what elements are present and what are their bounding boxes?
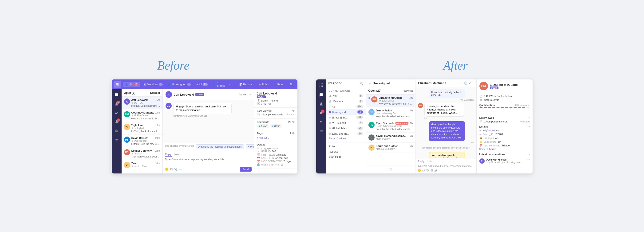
after-conv-name-karim: Karim and 1 other 3h xyxy=(376,144,413,148)
after-conv-item-david-d[interactable]: D david_diamond@comp... 2h Mobile Center xyxy=(366,132,415,143)
after-nav-sales[interactable]: [SALES] SD... 148 xyxy=(326,115,366,120)
sidebar-icon-chart[interactable] xyxy=(113,136,120,144)
nav-search-btn[interactable]: 🔍 xyxy=(288,82,296,87)
after-nav-show-hidden[interactable]: Show 20 hidden xyxy=(326,136,366,141)
after-details-expand[interactable]: ▾ xyxy=(528,126,530,128)
nav-tab-about[interactable]: ℹ About xyxy=(272,82,286,87)
after-detail-name: Elizabeth McGuane xyxy=(490,83,518,86)
more-icon[interactable]: ⋯ xyxy=(179,168,182,171)
conv-item-zandi[interactable]: Z Zandi 30m ⊞ Kenton Cloud xyxy=(122,160,162,170)
after-reply-area: Reply Note Type # to add a saved reply o… xyxy=(416,158,476,174)
sidebar-icon-megaphone[interactable] xyxy=(113,127,120,134)
nav-tab-unassigned-count: 1 xyxy=(187,83,191,86)
conv-item-jeff[interactable]: JL Jeff Lebowski 5m ⊞ JAPTEC Hi guys, Du… xyxy=(122,96,162,109)
nav-tab-reports[interactable]: 📊 Reports xyxy=(237,82,255,87)
reply-tab-note[interactable]: Note xyxy=(174,153,180,156)
after-nav-rules[interactable]: Rules xyxy=(326,144,366,149)
after-conv-item-karim[interactable]: K Karim and 1 other 3h Mario & Company xyxy=(366,143,415,153)
rp-last-viewed: Last viewed 👁 📄 .../components/cards 35m… xyxy=(254,108,298,119)
after-link-icon[interactable]: 🔗 xyxy=(434,169,438,172)
image-icon[interactable]: 🖼 xyxy=(170,168,173,171)
rp-more-icon[interactable]: ⋯ xyxy=(291,92,294,96)
qual-bar-6 xyxy=(500,108,504,108)
svg-rect-6 xyxy=(320,86,320,87)
after-emoji-icon[interactable]: 🙂 xyxy=(418,169,421,172)
sidebar-icon-team[interactable] xyxy=(113,109,120,116)
after-nav-earlybird[interactable]: Early Bird Re... 34 xyxy=(326,131,366,136)
after-lv-expand[interactable]: ▾ xyxy=(528,116,530,119)
after-nav-startguide[interactable]: Start guide xyxy=(326,154,366,159)
sidebar-icon-user[interactable]: 4 xyxy=(113,100,120,108)
after-qual-expand-icon[interactable]: ▾ xyxy=(480,111,480,114)
after-conv-item-danny[interactable]: DF Danny Fallon 1h London Moving Co. eve… xyxy=(366,107,415,120)
sidebar-icon-chat[interactable] xyxy=(113,91,120,99)
after-conv-item-elizabeth[interactable]: EM Elizabeth McGuane 3m WritersCentral H… xyxy=(366,94,415,107)
after-nav-reports[interactable]: Reports xyxy=(326,149,366,154)
after-detail-more-icon[interactable]: ⋮ xyxy=(526,84,530,88)
after-clock-icon-2[interactable]: 🕐 xyxy=(464,82,468,85)
suggested-chip-2[interactable]: How filters, segments and tags work xyxy=(246,144,254,149)
after-reply-input[interactable]: Type # to add a saved reply or try sendi… xyxy=(418,164,474,168)
nav-tab-unassigned[interactable]: 👥 Unassigned 1 xyxy=(166,82,193,87)
after-nav-you[interactable]: You 9 xyxy=(326,93,366,98)
after-nav-global[interactable]: Global Sales... 23 xyxy=(326,126,366,131)
after-sidebar-megaphone[interactable] xyxy=(318,118,325,126)
after-lv-label: Last viewed xyxy=(480,116,494,119)
nav-tab-you[interactable]: 👤 You 7 xyxy=(123,82,140,87)
after-open-label[interactable]: Open (20) xyxy=(368,89,381,92)
after-nav-vip[interactable]: VIP Support 4 xyxy=(326,120,366,126)
svg-rect-1 xyxy=(321,84,322,84)
after-chat-more-icon[interactable]: ✓✓ xyxy=(469,82,474,85)
attach-icon[interactable]: 📎 xyxy=(174,168,178,171)
after-sidebar-chart[interactable] xyxy=(318,127,325,134)
conv-item-david[interactable]: DB David Barrett 20m ⊞ SweepBright Hi th… xyxy=(122,135,162,148)
nav-tab-all[interactable]: ≡ All 23 xyxy=(194,82,210,87)
after-panel: 1 Respond 🔍 xyxy=(316,80,532,174)
after-search-icon[interactable]: 🔍 xyxy=(360,82,364,85)
after-nav-mentions[interactable]: @ Mentions 2 xyxy=(326,98,366,104)
after-detail-header: EM Elizabeth McGuane USER ⋮ xyxy=(476,80,532,93)
after-conv-avatar-danny: DF xyxy=(368,109,374,115)
conv-item-emmet[interactable]: EC Emmet Connolly 28m ⊞ Amazon That's a … xyxy=(122,148,162,160)
sidebar-icons: 4 1 xyxy=(112,89,122,174)
after-image-icon2[interactable]: 🖼 xyxy=(430,169,433,172)
chat-more-icon[interactable]: ⋯ xyxy=(247,92,251,97)
user-badge-before: USER xyxy=(196,93,204,96)
sidebar-icon-bell[interactable]: 1 xyxy=(113,118,120,126)
suggested-chip-1[interactable]: Organizing the feedback you get with tag… xyxy=(196,144,244,149)
nav-tab-others[interactable]: 👥 12 others ▾ xyxy=(211,80,233,88)
after-gif-icon[interactable]: gif xyxy=(422,169,425,172)
after-show-hidden[interactable]: Show 93 hidden xyxy=(480,148,530,150)
add-tag-button[interactable]: + Add tag... xyxy=(257,136,269,139)
latest-conv-expand[interactable]: ▾ xyxy=(528,153,530,156)
after-nav-unassigned[interactable]: Unassigned 20 xyxy=(326,109,366,115)
emoji-icon[interactable]: 🙂 xyxy=(165,168,168,171)
nav-tab-mentions[interactable]: @ Mentions 1 xyxy=(141,82,165,87)
conv-sort-label[interactable]: Newest xyxy=(150,91,160,94)
conv-avatar-courtney: CM xyxy=(124,111,130,117)
after-newest-label[interactable]: Newest xyxy=(404,89,413,92)
send-button[interactable]: Send xyxy=(240,167,252,172)
reply-tab-reply[interactable]: Reply xyxy=(165,153,172,156)
after-sidebar-chat[interactable] xyxy=(318,91,325,99)
reply-input-before[interactable] xyxy=(165,158,252,164)
chat-area-before: JL Jeff Lebowski USER Active ⋯ xyxy=(163,89,254,174)
nav-logo[interactable]: ⊞ xyxy=(114,80,121,88)
conv-item-yujin[interactable]: YL Yujin Lee 10m ⊞ buddybuild Hi Yujin, … xyxy=(122,122,162,135)
segment-users: Users xyxy=(270,124,282,128)
nav-tab-rules[interactable]: ⚡ Rules xyxy=(256,82,271,87)
after-nav-all[interactable]: ≡ All 224 xyxy=(326,104,366,109)
id-icon: # xyxy=(257,150,260,153)
after-calendar-icon: 📅 xyxy=(480,144,482,147)
after-reply-tab[interactable]: Reply xyxy=(418,160,424,163)
after-conv-item-ryan[interactable]: RS Ryan Sherlock UNINDEXED 1h Biking Adv… xyxy=(366,120,415,132)
latest-conv-item-1[interactable]: P Open with Michael Hey Elizabeth, just … xyxy=(480,157,530,165)
after-sidebar-user[interactable] xyxy=(318,100,325,108)
after-logo[interactable] xyxy=(318,81,325,89)
after-checkmark-icon[interactable]: ✓ xyxy=(460,82,462,85)
after-sidebar-bell[interactable]: 1 xyxy=(318,109,325,116)
after-attach-icon[interactable]: 📎 xyxy=(426,169,429,172)
rp-email-row: ✉ jeff@japtec.com xyxy=(257,147,294,150)
conv-item-courtney[interactable]: CM Courtney Murabito 10m ⊞ Mobile Center… xyxy=(122,109,162,122)
after-note-tab[interactable]: Note xyxy=(427,160,432,163)
